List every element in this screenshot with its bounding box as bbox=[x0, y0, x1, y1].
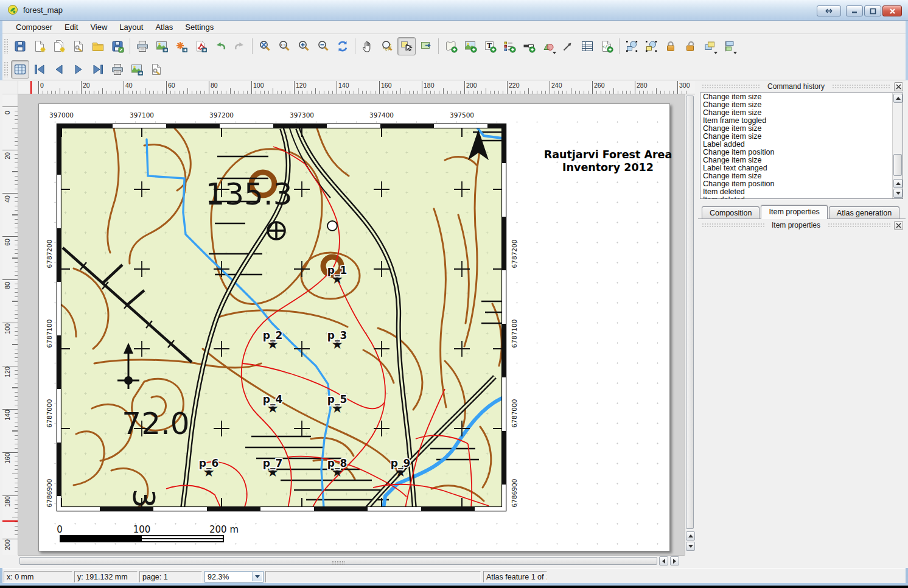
add-new-map-button[interactable] bbox=[442, 37, 460, 55]
menu-settings[interactable]: Settings bbox=[179, 21, 220, 33]
redo-button[interactable] bbox=[231, 37, 249, 55]
ruler-number: 260 bbox=[594, 82, 605, 89]
tab-atlas-generation[interactable]: Atlas generation bbox=[829, 206, 899, 219]
add-label-button[interactable]: T bbox=[481, 37, 499, 55]
close-icon[interactable] bbox=[894, 221, 903, 230]
composer-page[interactable]: ★p_1★p_2★p_3★p_4★p_5★p_6★p_7★p_8★p_9135.… bbox=[38, 103, 670, 551]
last-feature-button[interactable] bbox=[89, 60, 107, 79]
open-button[interactable] bbox=[89, 37, 107, 55]
map-title-label[interactable]: Rautjarvi Forest Area Inventory 2012 bbox=[526, 149, 685, 174]
raise-items-button[interactable] bbox=[700, 37, 719, 55]
scroll-down-button[interactable] bbox=[893, 189, 903, 198]
add-attribute-table-button[interactable] bbox=[578, 37, 596, 55]
chevron-down-icon[interactable] bbox=[252, 572, 262, 581]
ruler-number: 240 bbox=[551, 82, 562, 89]
add-html-frame-button[interactable]: </> bbox=[598, 37, 616, 55]
add-arrow-button[interactable] bbox=[559, 37, 577, 55]
vertical-scrollbar-thumb[interactable] bbox=[686, 96, 694, 529]
elevation-label: 135.3 bbox=[205, 177, 292, 212]
scalebar-item[interactable] bbox=[60, 535, 224, 542]
chevron-down-icon[interactable] bbox=[733, 52, 737, 54]
scrollbar-thumb[interactable] bbox=[893, 154, 902, 176]
toolbar-separator bbox=[130, 38, 130, 54]
command-history-scrollbar[interactable] bbox=[892, 93, 903, 198]
unlock-items-button[interactable] bbox=[681, 37, 699, 55]
zoom-out-button[interactable] bbox=[314, 37, 332, 55]
scroll-up-button[interactable] bbox=[893, 179, 903, 188]
save-as-template-button[interactable] bbox=[108, 37, 127, 55]
duplicate-composition-button[interactable] bbox=[50, 37, 68, 55]
scroll-up-button[interactable] bbox=[686, 531, 695, 541]
minimize-button[interactable] bbox=[846, 5, 863, 16]
tab-item-properties[interactable]: Item properties bbox=[761, 205, 827, 219]
horizontal-ruler: 0204060801001201401601802002202402602803… bbox=[18, 81, 695, 94]
deselect-items-button[interactable] bbox=[642, 37, 660, 55]
atlas-settings-button[interactable] bbox=[147, 60, 166, 79]
add-legend-button[interactable] bbox=[500, 37, 519, 55]
zoom-full-button[interactable] bbox=[256, 37, 274, 55]
export-as-pdf-button[interactable] bbox=[192, 37, 210, 55]
tab-composition[interactable]: Composition bbox=[702, 206, 760, 219]
undo-button[interactable] bbox=[211, 37, 229, 55]
menu-atlas[interactable]: Atlas bbox=[149, 21, 179, 33]
menu-composer[interactable]: Composer bbox=[10, 21, 58, 33]
item-properties-header[interactable]: Item properties bbox=[698, 220, 906, 231]
first-feature-button[interactable] bbox=[30, 60, 49, 79]
scroll-down-button[interactable] bbox=[686, 542, 695, 551]
zoom-combobox[interactable]: 92.3% bbox=[204, 571, 264, 583]
menu-view[interactable]: View bbox=[84, 21, 113, 33]
zoom-to-region-button[interactable] bbox=[378, 37, 396, 55]
resize-horizontal-button[interactable] bbox=[817, 5, 841, 16]
add-scalebar-button[interactable] bbox=[520, 37, 538, 55]
composition-manager-button[interactable] bbox=[69, 37, 88, 55]
refresh-view-button[interactable] bbox=[334, 37, 352, 55]
command-history-header[interactable]: Command history bbox=[698, 81, 906, 92]
toolbar-main: 1:1T</> bbox=[2, 34, 906, 58]
composer-canvas[interactable]: ★p_1★p_2★p_3★p_4★p_5★p_6★p_7★p_8★p_9135.… bbox=[18, 94, 685, 555]
move-item-content-button[interactable] bbox=[417, 37, 435, 55]
print-button[interactable] bbox=[133, 37, 152, 55]
add-image-button[interactable] bbox=[461, 37, 480, 55]
toolbar-grip[interactable] bbox=[4, 38, 9, 54]
map-item[interactable]: ★p_1★p_2★p_3★p_4★p_5★p_6★p_7★p_8★p_9135.… bbox=[55, 122, 508, 513]
add-shape-button[interactable] bbox=[539, 37, 557, 55]
command-history-item[interactable]: Item deleted bbox=[700, 196, 903, 199]
command-history-list[interactable]: Change item sizeChange item sizeChange i… bbox=[700, 93, 903, 199]
chevron-down-icon[interactable] bbox=[553, 52, 556, 54]
next-feature-button[interactable] bbox=[69, 60, 88, 79]
zoom-in-button[interactable] bbox=[295, 37, 313, 55]
horizontal-scrollbar-thumb[interactable] bbox=[19, 557, 657, 565]
scroll-right-button[interactable] bbox=[670, 556, 679, 565]
horizontal-scrollbar[interactable] bbox=[18, 555, 685, 566]
scalebar-label: 0 bbox=[57, 524, 63, 535]
chevron-down-icon[interactable] bbox=[714, 52, 718, 54]
toolbar-grip[interactable] bbox=[4, 61, 9, 77]
menu-edit[interactable]: Edit bbox=[58, 21, 84, 33]
vertical-scrollbar[interactable] bbox=[685, 94, 695, 555]
deselect-items-icon bbox=[644, 40, 658, 53]
select-items-button[interactable] bbox=[623, 37, 641, 55]
previous-feature-button[interactable] bbox=[50, 60, 68, 79]
export-atlas-as-image-button[interactable] bbox=[128, 60, 146, 79]
lock-items-button[interactable] bbox=[662, 37, 680, 55]
select-move-icon bbox=[400, 40, 413, 53]
close-icon[interactable] bbox=[894, 82, 903, 91]
maximize-button[interactable] bbox=[864, 5, 881, 16]
menu-layout[interactable]: Layout bbox=[113, 21, 149, 33]
scroll-up-button[interactable] bbox=[893, 94, 903, 103]
scroll-left-button[interactable] bbox=[659, 556, 668, 565]
new-composition-button[interactable] bbox=[30, 37, 49, 55]
zoom-value: 92.3% bbox=[208, 573, 229, 581]
ruler-tick bbox=[38, 81, 39, 94]
preview-atlas-button[interactable] bbox=[11, 60, 29, 79]
pan-button[interactable] bbox=[358, 37, 377, 55]
align-items-button[interactable] bbox=[720, 37, 738, 55]
save-project-button[interactable] bbox=[11, 37, 29, 55]
ruler-tick bbox=[166, 81, 167, 94]
zoom-actual-size-button[interactable]: 1:1 bbox=[275, 37, 293, 55]
export-as-image-button[interactable] bbox=[153, 37, 171, 55]
close-button[interactable] bbox=[882, 5, 902, 16]
export-as-svg-button[interactable] bbox=[172, 37, 190, 55]
select-move-item-button[interactable] bbox=[397, 37, 416, 55]
print-atlas-button[interactable] bbox=[108, 60, 127, 79]
